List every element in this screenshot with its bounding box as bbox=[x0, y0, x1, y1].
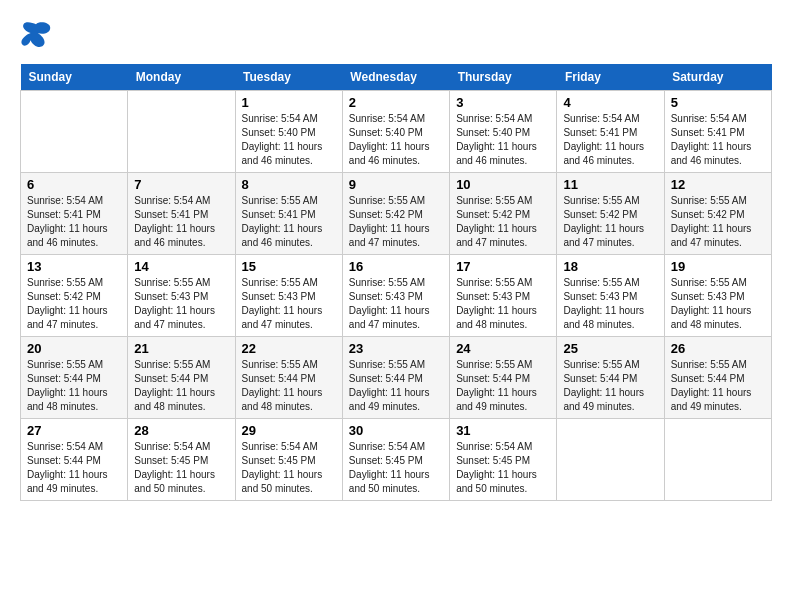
day-number: 11 bbox=[563, 177, 657, 192]
calendar-cell: 30Sunrise: 5:54 AMSunset: 5:45 PMDayligh… bbox=[342, 419, 449, 501]
calendar-week-4: 20Sunrise: 5:55 AMSunset: 5:44 PMDayligh… bbox=[21, 337, 772, 419]
calendar-cell: 25Sunrise: 5:55 AMSunset: 5:44 PMDayligh… bbox=[557, 337, 664, 419]
day-info: Sunrise: 5:55 AMSunset: 5:42 PMDaylight:… bbox=[27, 276, 121, 332]
day-info: Sunrise: 5:54 AMSunset: 5:41 PMDaylight:… bbox=[134, 194, 228, 250]
day-number: 8 bbox=[242, 177, 336, 192]
calendar-cell: 27Sunrise: 5:54 AMSunset: 5:44 PMDayligh… bbox=[21, 419, 128, 501]
calendar-cell bbox=[557, 419, 664, 501]
day-number: 31 bbox=[456, 423, 550, 438]
day-info: Sunrise: 5:55 AMSunset: 5:42 PMDaylight:… bbox=[671, 194, 765, 250]
logo-icon bbox=[20, 20, 52, 48]
day-number: 4 bbox=[563, 95, 657, 110]
calendar-cell: 23Sunrise: 5:55 AMSunset: 5:44 PMDayligh… bbox=[342, 337, 449, 419]
calendar-cell: 3Sunrise: 5:54 AMSunset: 5:40 PMDaylight… bbox=[450, 91, 557, 173]
day-number: 26 bbox=[671, 341, 765, 356]
logo bbox=[20, 20, 56, 48]
day-info: Sunrise: 5:55 AMSunset: 5:43 PMDaylight:… bbox=[134, 276, 228, 332]
day-number: 18 bbox=[563, 259, 657, 274]
day-info: Sunrise: 5:55 AMSunset: 5:42 PMDaylight:… bbox=[563, 194, 657, 250]
calendar-cell bbox=[128, 91, 235, 173]
day-info: Sunrise: 5:54 AMSunset: 5:40 PMDaylight:… bbox=[456, 112, 550, 168]
day-info: Sunrise: 5:55 AMSunset: 5:44 PMDaylight:… bbox=[134, 358, 228, 414]
day-info: Sunrise: 5:55 AMSunset: 5:43 PMDaylight:… bbox=[563, 276, 657, 332]
calendar-cell: 16Sunrise: 5:55 AMSunset: 5:43 PMDayligh… bbox=[342, 255, 449, 337]
day-number: 13 bbox=[27, 259, 121, 274]
day-info: Sunrise: 5:55 AMSunset: 5:44 PMDaylight:… bbox=[563, 358, 657, 414]
day-info: Sunrise: 5:55 AMSunset: 5:43 PMDaylight:… bbox=[349, 276, 443, 332]
day-info: Sunrise: 5:54 AMSunset: 5:41 PMDaylight:… bbox=[671, 112, 765, 168]
day-info: Sunrise: 5:55 AMSunset: 5:44 PMDaylight:… bbox=[242, 358, 336, 414]
weekday-header-sunday: Sunday bbox=[21, 64, 128, 91]
calendar-cell: 22Sunrise: 5:55 AMSunset: 5:44 PMDayligh… bbox=[235, 337, 342, 419]
calendar-week-1: 1Sunrise: 5:54 AMSunset: 5:40 PMDaylight… bbox=[21, 91, 772, 173]
calendar-cell: 12Sunrise: 5:55 AMSunset: 5:42 PMDayligh… bbox=[664, 173, 771, 255]
calendar-cell: 14Sunrise: 5:55 AMSunset: 5:43 PMDayligh… bbox=[128, 255, 235, 337]
calendar-cell: 5Sunrise: 5:54 AMSunset: 5:41 PMDaylight… bbox=[664, 91, 771, 173]
day-number: 20 bbox=[27, 341, 121, 356]
calendar-cell: 15Sunrise: 5:55 AMSunset: 5:43 PMDayligh… bbox=[235, 255, 342, 337]
weekday-header-monday: Monday bbox=[128, 64, 235, 91]
day-info: Sunrise: 5:55 AMSunset: 5:41 PMDaylight:… bbox=[242, 194, 336, 250]
calendar-cell: 6Sunrise: 5:54 AMSunset: 5:41 PMDaylight… bbox=[21, 173, 128, 255]
weekday-header-friday: Friday bbox=[557, 64, 664, 91]
day-info: Sunrise: 5:54 AMSunset: 5:44 PMDaylight:… bbox=[27, 440, 121, 496]
calendar-week-2: 6Sunrise: 5:54 AMSunset: 5:41 PMDaylight… bbox=[21, 173, 772, 255]
day-info: Sunrise: 5:55 AMSunset: 5:44 PMDaylight:… bbox=[671, 358, 765, 414]
calendar-table: SundayMondayTuesdayWednesdayThursdayFrid… bbox=[20, 64, 772, 501]
calendar-cell: 10Sunrise: 5:55 AMSunset: 5:42 PMDayligh… bbox=[450, 173, 557, 255]
day-number: 28 bbox=[134, 423, 228, 438]
day-number: 24 bbox=[456, 341, 550, 356]
day-number: 30 bbox=[349, 423, 443, 438]
day-number: 1 bbox=[242, 95, 336, 110]
calendar-cell: 20Sunrise: 5:55 AMSunset: 5:44 PMDayligh… bbox=[21, 337, 128, 419]
day-number: 5 bbox=[671, 95, 765, 110]
weekday-header-wednesday: Wednesday bbox=[342, 64, 449, 91]
day-info: Sunrise: 5:54 AMSunset: 5:45 PMDaylight:… bbox=[242, 440, 336, 496]
calendar-week-3: 13Sunrise: 5:55 AMSunset: 5:42 PMDayligh… bbox=[21, 255, 772, 337]
day-number: 29 bbox=[242, 423, 336, 438]
weekday-header-saturday: Saturday bbox=[664, 64, 771, 91]
day-number: 16 bbox=[349, 259, 443, 274]
day-info: Sunrise: 5:54 AMSunset: 5:45 PMDaylight:… bbox=[349, 440, 443, 496]
calendar-cell: 9Sunrise: 5:55 AMSunset: 5:42 PMDaylight… bbox=[342, 173, 449, 255]
day-info: Sunrise: 5:55 AMSunset: 5:43 PMDaylight:… bbox=[242, 276, 336, 332]
day-info: Sunrise: 5:54 AMSunset: 5:45 PMDaylight:… bbox=[134, 440, 228, 496]
calendar-cell: 21Sunrise: 5:55 AMSunset: 5:44 PMDayligh… bbox=[128, 337, 235, 419]
calendar-cell: 28Sunrise: 5:54 AMSunset: 5:45 PMDayligh… bbox=[128, 419, 235, 501]
day-info: Sunrise: 5:54 AMSunset: 5:41 PMDaylight:… bbox=[27, 194, 121, 250]
calendar-cell: 4Sunrise: 5:54 AMSunset: 5:41 PMDaylight… bbox=[557, 91, 664, 173]
calendar-cell: 7Sunrise: 5:54 AMSunset: 5:41 PMDaylight… bbox=[128, 173, 235, 255]
calendar-cell: 11Sunrise: 5:55 AMSunset: 5:42 PMDayligh… bbox=[557, 173, 664, 255]
calendar-cell: 26Sunrise: 5:55 AMSunset: 5:44 PMDayligh… bbox=[664, 337, 771, 419]
calendar-cell: 1Sunrise: 5:54 AMSunset: 5:40 PMDaylight… bbox=[235, 91, 342, 173]
day-number: 15 bbox=[242, 259, 336, 274]
day-number: 10 bbox=[456, 177, 550, 192]
day-number: 21 bbox=[134, 341, 228, 356]
weekday-header-tuesday: Tuesday bbox=[235, 64, 342, 91]
day-info: Sunrise: 5:55 AMSunset: 5:43 PMDaylight:… bbox=[671, 276, 765, 332]
day-info: Sunrise: 5:54 AMSunset: 5:40 PMDaylight:… bbox=[349, 112, 443, 168]
day-number: 12 bbox=[671, 177, 765, 192]
day-info: Sunrise: 5:55 AMSunset: 5:44 PMDaylight:… bbox=[456, 358, 550, 414]
day-number: 23 bbox=[349, 341, 443, 356]
calendar-cell: 13Sunrise: 5:55 AMSunset: 5:42 PMDayligh… bbox=[21, 255, 128, 337]
day-info: Sunrise: 5:55 AMSunset: 5:42 PMDaylight:… bbox=[349, 194, 443, 250]
day-number: 7 bbox=[134, 177, 228, 192]
page-header bbox=[20, 20, 772, 48]
calendar-cell: 8Sunrise: 5:55 AMSunset: 5:41 PMDaylight… bbox=[235, 173, 342, 255]
day-number: 19 bbox=[671, 259, 765, 274]
calendar-cell: 31Sunrise: 5:54 AMSunset: 5:45 PMDayligh… bbox=[450, 419, 557, 501]
day-info: Sunrise: 5:54 AMSunset: 5:45 PMDaylight:… bbox=[456, 440, 550, 496]
calendar-cell: 18Sunrise: 5:55 AMSunset: 5:43 PMDayligh… bbox=[557, 255, 664, 337]
day-number: 6 bbox=[27, 177, 121, 192]
day-info: Sunrise: 5:55 AMSunset: 5:43 PMDaylight:… bbox=[456, 276, 550, 332]
day-number: 14 bbox=[134, 259, 228, 274]
weekday-header-row: SundayMondayTuesdayWednesdayThursdayFrid… bbox=[21, 64, 772, 91]
day-info: Sunrise: 5:55 AMSunset: 5:42 PMDaylight:… bbox=[456, 194, 550, 250]
day-number: 17 bbox=[456, 259, 550, 274]
calendar-week-5: 27Sunrise: 5:54 AMSunset: 5:44 PMDayligh… bbox=[21, 419, 772, 501]
weekday-header-thursday: Thursday bbox=[450, 64, 557, 91]
day-number: 2 bbox=[349, 95, 443, 110]
day-info: Sunrise: 5:55 AMSunset: 5:44 PMDaylight:… bbox=[27, 358, 121, 414]
day-info: Sunrise: 5:54 AMSunset: 5:41 PMDaylight:… bbox=[563, 112, 657, 168]
